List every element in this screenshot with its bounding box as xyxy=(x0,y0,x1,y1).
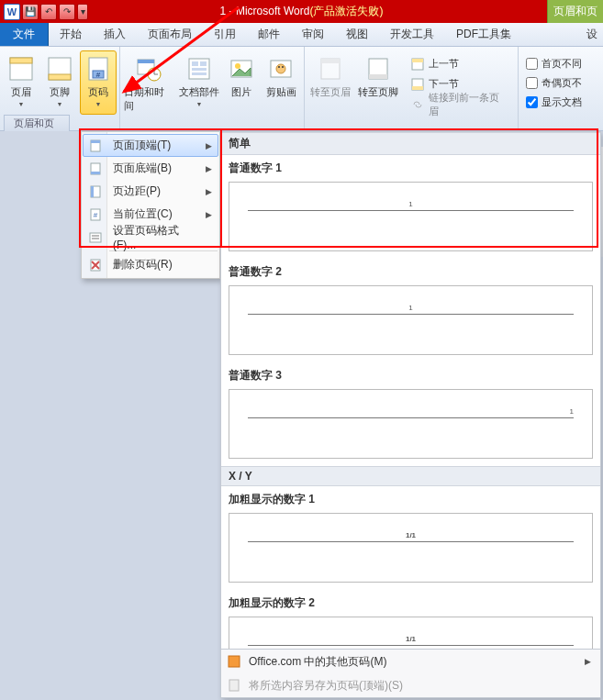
tab-design-partial[interactable]: 设 xyxy=(581,23,603,46)
gallery-preview: 1 xyxy=(229,389,593,459)
svg-text:#: # xyxy=(96,71,101,79)
diff-first-page-checkbox[interactable]: 首页不同 xyxy=(522,54,586,72)
gallery-preview: 1 xyxy=(229,182,593,251)
svg-rect-46 xyxy=(229,680,239,691)
page-number-button[interactable]: # 页码▼ xyxy=(80,50,117,115)
gallery-footer: Office.com 中的其他页码(M)▶ 将所选内容另存为页码(顶端)(S) xyxy=(221,649,600,697)
page-number-gallery: 简单 普通数字 1 1 普通数字 2 1 普通数字 3 1 X / Y 加粗显示… xyxy=(220,131,601,698)
header-button[interactable]: 页眉▼ xyxy=(3,50,39,115)
goto-header-icon xyxy=(316,54,345,83)
link-icon xyxy=(410,97,425,112)
gallery-item-plain-1[interactable]: 普通数字 1 1 xyxy=(221,155,600,259)
doc-parts-button[interactable]: 文档部件▼ xyxy=(176,50,222,115)
svg-rect-26 xyxy=(369,74,387,79)
menu-item-page-margin[interactable]: 页边距(P)▶ xyxy=(83,180,218,203)
tab-view[interactable]: 视图 xyxy=(335,23,379,46)
picture-icon xyxy=(227,54,256,83)
gallery-item-plain-2[interactable]: 普通数字 2 1 xyxy=(221,259,600,362)
header-icon xyxy=(6,54,36,83)
gallery-section-xy: X / Y xyxy=(221,466,600,486)
footer-icon xyxy=(45,54,74,83)
clipart-button[interactable]: 剪贴画 xyxy=(261,50,301,115)
menu-item-remove-page-num[interactable]: 删除页码(R) xyxy=(83,253,218,276)
gallery-section-simple: 简单 xyxy=(221,132,600,155)
gallery-footer-save-selection: 将所选内容另存为页码(顶端)(S) xyxy=(221,673,600,697)
svg-rect-36 xyxy=(91,186,94,197)
menu-item-page-top[interactable]: 页面顶端(T)▶ xyxy=(83,134,218,157)
svg-rect-13 xyxy=(192,61,198,66)
clipart-icon xyxy=(266,54,296,83)
svg-rect-32 xyxy=(91,140,100,143)
format-icon xyxy=(88,230,103,245)
show-doc-text-checkbox[interactable]: 显示文档 xyxy=(522,93,586,111)
svg-rect-1 xyxy=(10,58,32,63)
qat-customize-button[interactable]: ▾ xyxy=(77,4,88,20)
next-section-icon xyxy=(410,77,425,92)
gallery-item-plain-3[interactable]: 普通数字 3 1 xyxy=(221,362,600,466)
gallery-footer-office[interactable]: Office.com 中的其他页码(M)▶ xyxy=(221,650,600,673)
diff-odd-even-checkbox[interactable]: 奇偶页不 xyxy=(522,73,586,92)
chevron-down-icon: ▼ xyxy=(95,101,102,107)
link-prev-button[interactable]: 链接到前一条页眉 xyxy=(407,94,511,114)
remove-icon xyxy=(88,258,103,272)
gallery-preview: 1 xyxy=(229,285,593,355)
gallery-item-bold-1[interactable]: 加粗显示的数字 1 1/1 xyxy=(221,486,600,590)
tab-mailings[interactable]: 邮件 xyxy=(247,23,291,46)
page-number-menu: 页面顶端(T)▶ 页面底端(B)▶ 页边距(P)▶ # 当前位置(C)▶ 设置页… xyxy=(81,131,220,279)
page-margin-icon xyxy=(88,184,103,199)
menu-item-page-bottom[interactable]: 页面底端(B)▶ xyxy=(83,157,218,180)
tab-developer[interactable]: 开发工具 xyxy=(379,23,445,46)
current-pos-icon: # xyxy=(88,207,103,222)
picture-button[interactable]: 图片 xyxy=(224,50,259,115)
svg-point-21 xyxy=(278,66,280,68)
word-app-icon[interactable]: W xyxy=(4,4,20,20)
goto-footer-icon xyxy=(363,54,393,83)
svg-rect-3 xyxy=(49,74,71,80)
svg-rect-24 xyxy=(321,59,340,63)
doc-parts-icon xyxy=(184,54,214,83)
tab-review[interactable]: 审阅 xyxy=(291,23,335,46)
ribbon-body: 页眉▼ 页脚▼ # 页码▼ 日期和时间 xyxy=(0,47,603,131)
chevron-down-icon: ▼ xyxy=(18,101,25,107)
prev-section-icon xyxy=(410,57,425,72)
goto-footer-button[interactable]: 转至页脚 xyxy=(355,50,401,115)
svg-rect-30 xyxy=(412,86,423,90)
date-time-icon xyxy=(134,54,163,83)
svg-rect-39 xyxy=(90,233,101,242)
submenu-arrow-icon: ▶ xyxy=(206,141,212,150)
svg-point-18 xyxy=(235,63,240,69)
qat-undo-button[interactable]: ↶ xyxy=(40,4,57,20)
svg-point-22 xyxy=(282,66,284,68)
submenu-arrow-icon: ▶ xyxy=(585,657,591,666)
tab-page-layout[interactable]: 页面布局 xyxy=(137,23,203,46)
qat-save-button[interactable]: 💾 xyxy=(22,4,39,20)
tab-pdf-tools[interactable]: PDF工具集 xyxy=(445,23,522,46)
contextual-tab-header-footer[interactable]: 页眉和页 xyxy=(547,0,603,23)
prev-section-button[interactable]: 上一节 xyxy=(407,54,511,73)
svg-rect-34 xyxy=(91,172,100,174)
svg-rect-16 xyxy=(192,72,207,75)
svg-point-20 xyxy=(276,64,285,73)
gallery-preview: 1/1 xyxy=(229,513,593,583)
tab-references[interactable]: 引用 xyxy=(203,23,247,46)
quick-access-toolbar: W 💾 ↶ ↷ ▾ xyxy=(0,0,92,23)
gallery-item-bold-2[interactable]: 加粗显示的数字 2 1/1 xyxy=(221,590,600,649)
gallery-preview: 1/1 xyxy=(229,617,593,649)
svg-text:#: # xyxy=(94,211,98,219)
tab-home[interactable]: 开始 xyxy=(49,23,93,46)
save-selection-icon xyxy=(227,678,241,693)
ribbon-tabs: 文件 开始 插入 页面布局 引用 邮件 审阅 视图 开发工具 PDF工具集 设 xyxy=(0,23,603,47)
svg-rect-15 xyxy=(192,68,207,71)
tab-insert[interactable]: 插入 xyxy=(93,23,137,46)
goto-header-button[interactable]: 转至页眉 xyxy=(307,50,353,115)
svg-rect-8 xyxy=(138,60,154,63)
svg-rect-14 xyxy=(200,61,207,66)
menu-item-format-page-num[interactable]: 设置页码格式(F)... xyxy=(83,226,218,249)
ribbon-group-label: 页眉和页 xyxy=(4,115,70,131)
date-time-button[interactable]: 日期和时间 xyxy=(123,50,174,115)
tab-file[interactable]: 文件 xyxy=(0,23,49,46)
page-bottom-icon xyxy=(88,161,103,176)
qat-redo-button[interactable]: ↷ xyxy=(59,4,75,20)
chevron-down-icon: ▼ xyxy=(196,101,203,107)
footer-button[interactable]: 页脚▼ xyxy=(41,50,78,115)
